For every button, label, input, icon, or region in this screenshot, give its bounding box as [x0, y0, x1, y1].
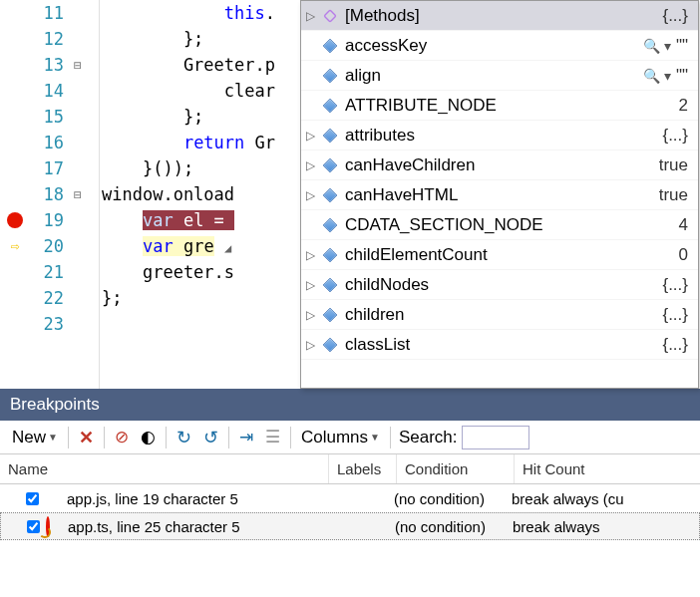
expand-icon[interactable]: ▷: [301, 158, 319, 172]
expand-icon[interactable]: ▷: [301, 338, 319, 352]
autocomplete-label: [Methods]: [341, 6, 618, 26]
autocomplete-item[interactable]: ▷ [Methods] {...}: [301, 1, 698, 31]
line-number: 20: [30, 236, 70, 256]
autocomplete-value: {...}: [618, 6, 698, 26]
autocomplete-value: {...}: [618, 126, 698, 146]
panel-title: Breakpoints: [0, 389, 700, 421]
expand-icon[interactable]: ▷: [301, 278, 319, 292]
line-number: 21: [30, 262, 70, 282]
autocomplete-value: 2: [618, 96, 698, 116]
autocomplete-item[interactable]: align 🔍 ▾ "": [301, 61, 698, 91]
magnifier-icon[interactable]: 🔍 ▾: [643, 38, 671, 54]
breakpoint-mapped-icon: [46, 518, 64, 535]
line-number: 12: [30, 29, 70, 49]
field-icon: [319, 278, 341, 292]
expand-icon[interactable]: ▷: [301, 129, 319, 143]
field-icon: [319, 69, 341, 83]
autocomplete-label: canHaveChildren: [341, 155, 618, 175]
autocomplete-value: true: [618, 155, 698, 175]
field-icon: [319, 39, 341, 53]
autocomplete-item[interactable]: ▷ canHaveChildren true: [301, 150, 698, 180]
autocomplete-item[interactable]: ▷ childElementCount 0: [301, 240, 698, 270]
line-number: 15: [30, 107, 70, 127]
col-name[interactable]: Name: [0, 454, 329, 483]
line-number: 13: [30, 55, 70, 75]
autocomplete-item[interactable]: ▷ children {...}: [301, 300, 698, 330]
breakpoint-condition: (no condition): [395, 518, 513, 535]
code-editor[interactable]: 11 12 13⊟ 14 15 16 17 18⊟ 19 ⇨20 21 22 2…: [0, 0, 700, 389]
autocomplete-popup[interactable]: ▷ [Methods] {...} accessKey 🔍 ▾ "" align…: [300, 0, 699, 389]
field-icon: [319, 188, 341, 202]
autocomplete-label: children: [341, 305, 618, 325]
breakpoints-toolbar: New ▼ ✕ ⊘ ◐ ↻ ↺ ⇥ ☰ Columns ▼ Search:: [0, 421, 700, 454]
line-number: 22: [30, 288, 70, 308]
magnifier-icon[interactable]: 🔍 ▾: [643, 68, 671, 84]
editor-gutter: 11 12 13⊟ 14 15 16 17 18⊟ 19 ⇨20 21 22 2…: [0, 0, 100, 389]
delete-icon[interactable]: ✕: [73, 424, 100, 451]
field-icon: [319, 218, 341, 232]
field-icon: [319, 248, 341, 262]
columns-button[interactable]: Columns ▼: [295, 425, 386, 450]
autocomplete-item[interactable]: ▷ classList {...}: [301, 330, 698, 360]
breakpoint-glyph[interactable]: [0, 212, 30, 228]
expand-icon[interactable]: ▷: [301, 9, 319, 23]
autocomplete-value: 0: [618, 245, 698, 265]
field-icon: [319, 308, 341, 322]
autocomplete-label: align: [341, 66, 618, 86]
breakpoint-hitcount: break always: [513, 518, 600, 535]
search-input[interactable]: [462, 426, 529, 449]
delete-all-icon[interactable]: ⊘: [109, 424, 135, 450]
autocomplete-label: attributes: [341, 126, 618, 146]
line-number: 14: [30, 81, 70, 101]
line-number: 19: [30, 210, 70, 230]
field-icon: [319, 338, 341, 352]
expand-icon[interactable]: ▷: [301, 248, 319, 262]
fold-icon[interactable]: ⊟: [70, 58, 86, 73]
autocomplete-item[interactable]: ATTRIBUTE_NODE 2: [301, 91, 698, 121]
field-icon: [319, 129, 341, 143]
breakpoint-row[interactable]: app.js, line 19 character 5 (no conditio…: [0, 484, 700, 512]
breakpoints-panel: Breakpoints New ▼ ✕ ⊘ ◐ ↻ ↺ ⇥ ☰ Columns …: [0, 389, 700, 597]
list-icon[interactable]: ☰: [259, 424, 286, 450]
toggle-icon[interactable]: ◐: [135, 424, 162, 450]
autocomplete-value: 4: [618, 215, 698, 235]
field-icon: [319, 99, 341, 113]
line-number: 11: [30, 3, 70, 23]
autocomplete-label: canHaveHTML: [341, 185, 618, 205]
search-label: Search:: [395, 428, 462, 448]
autocomplete-label: CDATA_SECTION_NODE: [341, 215, 618, 235]
breakpoint-condition: (no condition): [394, 490, 512, 507]
new-breakpoint-button[interactable]: New ▼: [6, 425, 64, 450]
autocomplete-item[interactable]: ▷ attributes {...}: [301, 121, 698, 150]
undo-icon[interactable]: ↺: [197, 424, 224, 451]
autocomplete-item[interactable]: accessKey 🔍 ▾ "": [301, 31, 698, 61]
autocomplete-value: {...}: [618, 335, 698, 355]
fold-icon[interactable]: ⊟: [70, 187, 86, 202]
expand-icon[interactable]: ▷: [301, 308, 319, 322]
autocomplete-label: accessKey: [341, 36, 618, 56]
autocomplete-value: {...}: [618, 275, 698, 295]
autocomplete-value: true: [618, 185, 698, 205]
breakpoint-checkbox[interactable]: [26, 492, 39, 505]
autocomplete-item[interactable]: ▷ canHaveHTML true: [301, 180, 698, 210]
breakpoint-hitcount: break always (cu: [512, 490, 624, 507]
autocomplete-label: childNodes: [341, 275, 618, 295]
method-icon: [319, 9, 341, 23]
expand-icon[interactable]: ▷: [301, 188, 319, 202]
col-hitcount[interactable]: Hit Count: [515, 454, 700, 483]
breakpoint-name: app.ts, line 25 character 5: [68, 518, 327, 535]
line-number: 16: [30, 133, 70, 152]
autocomplete-label: classList: [341, 335, 618, 355]
goto-icon[interactable]: ⇥: [233, 424, 259, 450]
redo-icon[interactable]: ↻: [171, 424, 197, 451]
line-number: 18: [30, 184, 70, 204]
autocomplete-item[interactable]: CDATA_SECTION_NODE 4: [301, 210, 698, 240]
line-number: 23: [30, 314, 70, 334]
breakpoint-row[interactable]: app.ts, line 25 character 5 (no conditio…: [0, 512, 700, 540]
col-condition[interactable]: Condition: [397, 454, 515, 483]
autocomplete-item[interactable]: ▷ childNodes {...}: [301, 270, 698, 300]
breakpoint-name: app.js, line 19 character 5: [67, 490, 326, 507]
col-labels[interactable]: Labels: [329, 454, 397, 483]
autocomplete-value: {...}: [618, 305, 698, 325]
current-line-arrow-icon: ⇨: [0, 237, 30, 255]
